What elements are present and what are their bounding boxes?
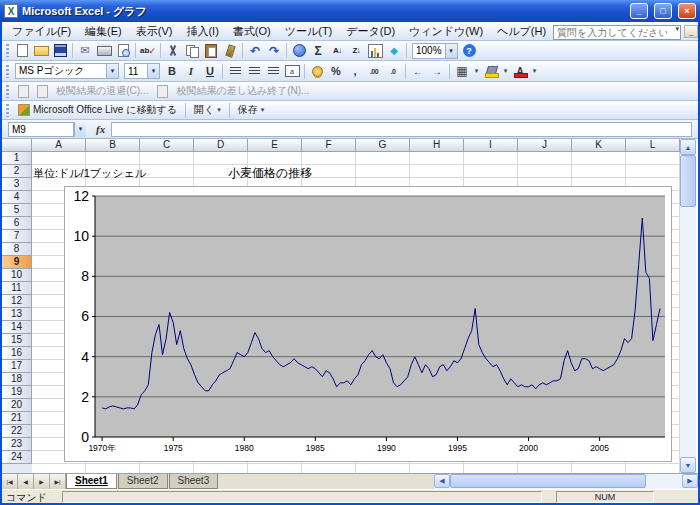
toolbar-grip[interactable]	[6, 44, 9, 57]
zoom-select[interactable]: 100% ▾	[412, 43, 458, 59]
currency-style-button[interactable]	[308, 63, 326, 80]
align-right-button[interactable]	[264, 63, 282, 80]
menu-item-insert[interactable]: 挿入(I)	[179, 22, 225, 41]
row-header-17[interactable]: 17	[2, 360, 32, 373]
sort-descending-icon[interactable]: Z↓	[347, 42, 365, 59]
row-header-10[interactable]: 10	[2, 269, 32, 282]
row-header-12[interactable]: 12	[2, 295, 32, 308]
row-header-21[interactable]: 21	[2, 412, 32, 425]
name-box-dropdown-icon[interactable]: ▾	[74, 122, 86, 137]
row-header-22[interactable]: 22	[2, 425, 32, 438]
menu-item-data[interactable]: データ(D)	[339, 22, 402, 41]
cut-icon[interactable]	[164, 42, 182, 59]
maximize-button[interactable]: □	[654, 3, 672, 19]
name-box[interactable]: M9	[8, 122, 74, 137]
column-header-B[interactable]: B	[86, 139, 140, 152]
zoom-dropdown-icon[interactable]: ▾	[445, 44, 457, 58]
increase-decimal-button[interactable]: .00	[365, 63, 383, 80]
column-header-C[interactable]: C	[140, 139, 194, 152]
scroll-down-icon[interactable]: ▼	[680, 457, 696, 473]
help-icon[interactable]: ?	[463, 44, 476, 57]
workbook-minimize-button[interactable]: _	[684, 25, 698, 38]
font-size-select[interactable]: 11 ▾	[124, 63, 160, 79]
email-icon[interactable]: ✉	[76, 42, 94, 59]
column-header-I[interactable]: I	[464, 139, 518, 152]
menu-item-tools[interactable]: ツール(T)	[278, 22, 340, 41]
select-all-corner[interactable]	[2, 139, 32, 152]
open-dropdown-button[interactable]: 開く ▾	[190, 103, 225, 117]
vertical-scroll-thumb[interactable]	[680, 155, 696, 207]
scroll-left-icon[interactable]: ◀	[434, 474, 450, 488]
row-header-20[interactable]: 20	[2, 399, 32, 412]
row-header-7[interactable]: 7	[2, 230, 32, 243]
column-header-D[interactable]: D	[194, 139, 248, 152]
horizontal-scrollbar[interactable]: ◀ ▶	[434, 474, 698, 489]
row-header-2[interactable]: 2	[2, 165, 32, 178]
hyperlink-icon[interactable]	[290, 42, 308, 59]
open-folder-icon[interactable]	[32, 42, 50, 59]
percent-style-button[interactable]: %	[327, 63, 345, 80]
redo-icon[interactable]: ↷	[265, 42, 283, 59]
office-live-go-button[interactable]: Microsoft Office Live に移動する	[14, 103, 181, 117]
column-header-G[interactable]: G	[356, 139, 410, 152]
column-header-K[interactable]: K	[572, 139, 626, 152]
menu-item-help[interactable]: ヘルプ(H)	[490, 22, 553, 41]
comma-style-button[interactable]: ,	[346, 63, 364, 80]
menu-item-format[interactable]: 書式(O)	[226, 22, 278, 41]
sheet-tab-sheet2[interactable]: Sheet2	[118, 474, 168, 489]
menu-item-window[interactable]: ウィンドウ(W)	[402, 22, 490, 41]
chart-wizard-icon[interactable]	[366, 42, 384, 59]
fill-color-button[interactable]	[482, 63, 500, 80]
italic-button[interactable]: I	[182, 63, 200, 80]
row-header-4[interactable]: 4	[2, 191, 32, 204]
underline-button[interactable]: U	[201, 63, 219, 80]
sheet-tab-sheet1[interactable]: Sheet1	[66, 474, 117, 489]
column-header-J[interactable]: J	[518, 139, 572, 152]
autosum-icon[interactable]: Σ	[309, 42, 327, 59]
menu-item-file[interactable]: ファイル(F)	[5, 22, 78, 41]
bold-button[interactable]: B	[163, 63, 181, 80]
scroll-up-icon[interactable]: ▲	[680, 139, 696, 155]
row-header-23[interactable]: 23	[2, 438, 32, 451]
column-header-E[interactable]: E	[248, 139, 302, 152]
minimize-button[interactable]: _	[630, 3, 648, 19]
print-preview-icon[interactable]	[114, 42, 132, 59]
new-document-icon[interactable]	[13, 42, 31, 59]
window-titlebar[interactable]: X Microsoft Excel - グラフ _ □ ×	[0, 0, 700, 22]
row-header-5[interactable]: 5	[2, 204, 32, 217]
row-header-19[interactable]: 19	[2, 386, 32, 399]
column-header-F[interactable]: F	[302, 139, 356, 152]
row-header-11[interactable]: 11	[2, 282, 32, 295]
drawing-icon[interactable]: ◆	[385, 42, 403, 59]
align-center-button[interactable]	[245, 63, 263, 80]
toolbar-grip[interactable]	[6, 85, 9, 98]
row-header-6[interactable]: 6	[2, 217, 32, 230]
vertical-scroll-track[interactable]	[680, 155, 696, 457]
row-header-1[interactable]: 1	[2, 152, 32, 165]
font-name-select[interactable]: MS Pゴシック ▾	[15, 63, 119, 79]
paste-icon[interactable]	[202, 42, 220, 59]
borders-button[interactable]: ▦	[453, 63, 471, 80]
row-header-16[interactable]: 16	[2, 347, 32, 360]
format-painter-icon[interactable]	[221, 42, 239, 59]
font-color-button[interactable]: A	[511, 63, 529, 80]
toolbar-grip[interactable]	[6, 65, 9, 78]
row-header-14[interactable]: 14	[2, 321, 32, 334]
fill-color-button-dropdown-icon[interactable]: ▾	[501, 63, 510, 80]
font-name-dropdown-icon[interactable]: ▾	[106, 64, 118, 78]
font-size-dropdown-icon[interactable]: ▾	[147, 64, 159, 78]
sort-ascending-icon[interactable]: A↓	[328, 42, 346, 59]
menu-item-edit[interactable]: 編集(E)	[78, 22, 129, 41]
horizontal-scroll-thumb[interactable]	[450, 474, 646, 488]
copy-icon[interactable]	[183, 42, 201, 59]
decrease-indent-button[interactable]: ←	[409, 63, 427, 80]
scroll-right-icon[interactable]: ▶	[682, 474, 698, 488]
question-input[interactable]	[553, 25, 681, 40]
menu-item-view[interactable]: 表示(V)	[129, 22, 180, 41]
row-header-24[interactable]: 24	[2, 451, 32, 464]
column-header-H[interactable]: H	[410, 139, 464, 152]
sheet-nav-first-button[interactable]: |◀	[2, 474, 18, 489]
row-header-18[interactable]: 18	[2, 373, 32, 386]
save-dropdown-button[interactable]: 保存 ▾	[234, 103, 269, 117]
row-header-13[interactable]: 13	[2, 308, 32, 321]
